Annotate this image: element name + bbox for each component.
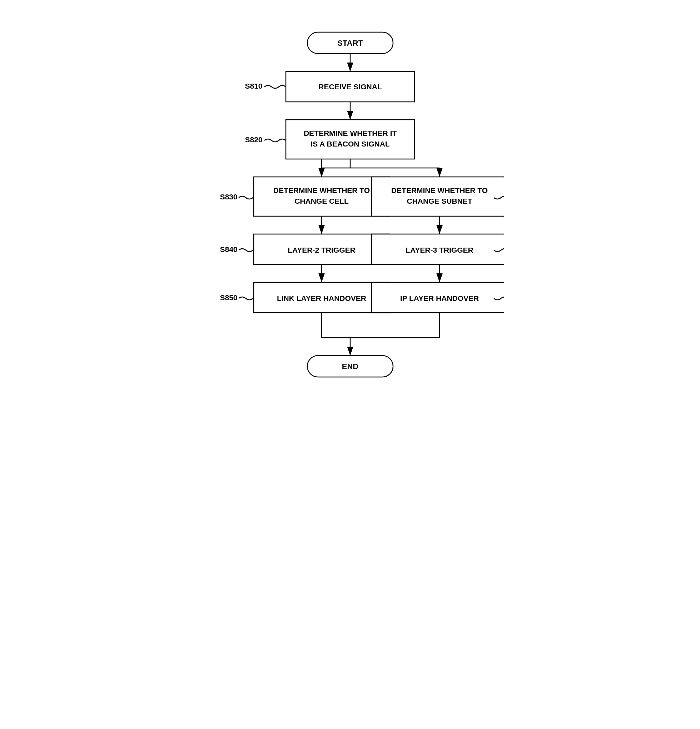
diagram-container: START RECEIVE SIGNAL S810 DETERMINE WHET…: [189, 7, 511, 407]
svg-text:S830: S830: [220, 193, 237, 201]
end-label: END: [341, 362, 358, 371]
svg-text:CHANGE SUBNET: CHANGE SUBNET: [407, 197, 472, 205]
svg-rect-6: [286, 120, 414, 159]
start-label: START: [337, 39, 363, 48]
svg-text:DETERMINE WHETHER IT: DETERMINE WHETHER IT: [304, 129, 396, 137]
svg-text:LINK LAYER HANDOVER: LINK LAYER HANDOVER: [277, 294, 366, 302]
svg-text:S840: S840: [220, 245, 237, 253]
svg-text:IS A BEACON SIGNAL: IS A BEACON SIGNAL: [311, 140, 389, 148]
svg-text:DETERMINE WHETHER TO: DETERMINE WHETHER TO: [391, 186, 487, 195]
svg-text:IP LAYER HANDOVER: IP LAYER HANDOVER: [400, 294, 479, 302]
svg-text:S810: S810: [245, 82, 262, 90]
svg-rect-17: [254, 177, 389, 216]
svg-text:CHANGE CELL: CHANGE CELL: [295, 197, 349, 205]
svg-text:S820: S820: [245, 135, 262, 144]
svg-text:LAYER-2 TRIGGER: LAYER-2 TRIGGER: [288, 246, 355, 254]
svg-rect-21: [372, 177, 504, 216]
flowchart-svg: START RECEIVE SIGNAL S810 DETERMINE WHET…: [196, 22, 504, 393]
svg-text:S850: S850: [220, 293, 237, 302]
svg-text:DETERMINE WHETHER TO: DETERMINE WHETHER TO: [273, 186, 369, 195]
s810-text: RECEIVE SIGNAL: [318, 83, 382, 91]
svg-text:LAYER-3 TRIGGER: LAYER-3 TRIGGER: [405, 246, 473, 254]
